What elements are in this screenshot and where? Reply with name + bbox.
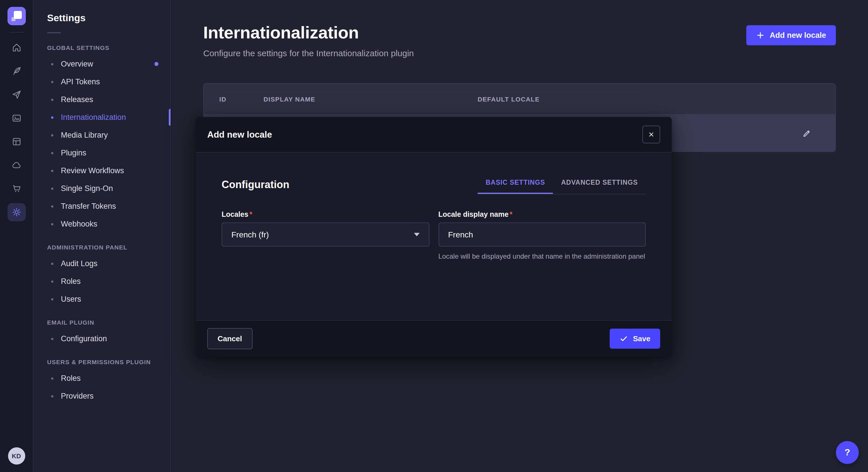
add-locale-modal: Add new locale Configuration BASIC SETTI… xyxy=(196,117,672,357)
sidebar-item-up-roles[interactable]: Roles xyxy=(33,369,170,387)
tab-advanced-settings[interactable]: ADVANCED SETTINGS xyxy=(553,175,646,194)
chevron-down-icon xyxy=(414,233,420,236)
locales-field: Locales * French (fr) xyxy=(222,210,429,262)
bullet-icon xyxy=(51,298,53,300)
bullet-icon xyxy=(51,80,53,83)
icon-rail: KD xyxy=(0,0,33,472)
sidebar-item-transfer-tokens[interactable]: Transfer Tokens xyxy=(33,197,170,215)
modal-tabs: BASIC SETTINGS ADVANCED SETTINGS xyxy=(477,175,646,194)
required-mark: * xyxy=(510,210,513,218)
close-icon[interactable] xyxy=(642,126,660,143)
bullet-icon xyxy=(51,205,53,207)
bullet-icon xyxy=(51,377,53,379)
user-avatar[interactable]: KD xyxy=(8,447,25,465)
strapi-logo-mark-shadow xyxy=(11,17,15,21)
bullet-icon xyxy=(51,116,53,119)
paper-plane-icon[interactable] xyxy=(7,86,26,104)
sidebar-item-label: Review Workflows xyxy=(61,166,124,175)
bullet-icon xyxy=(51,63,53,65)
display-name-label: Locale display name * xyxy=(438,210,646,218)
sidebar-item-admin-roles[interactable]: Roles xyxy=(33,272,170,290)
section-heading-email-plugin: EMAIL PLUGIN xyxy=(33,308,170,330)
bullet-icon xyxy=(51,134,53,136)
locales-label: Locales * xyxy=(222,210,429,218)
media-icon[interactable] xyxy=(7,109,26,127)
display-name-hint: Locale will be displayed under that name… xyxy=(438,252,646,262)
sidebar-item-label: Roles xyxy=(61,374,81,382)
sidebar-item-label: Configuration xyxy=(61,334,107,343)
bullet-icon xyxy=(51,338,53,340)
feather-icon[interactable] xyxy=(7,62,26,80)
bullet-icon xyxy=(51,152,53,154)
cart-icon[interactable] xyxy=(7,179,26,198)
bullet-icon xyxy=(51,262,53,265)
sidebar-item-label: Users xyxy=(61,295,81,303)
rail-divider xyxy=(9,32,24,33)
locales-select-value: French (fr) xyxy=(231,230,269,239)
sidebar-item-label: Media Library xyxy=(61,131,108,139)
sidebar-item-label: Webhooks xyxy=(61,220,97,228)
sidebar-item-webhooks[interactable]: Webhooks xyxy=(33,215,170,233)
sidebar-item-overview[interactable]: Overview xyxy=(33,55,170,73)
sidebar-item-single-sign-on[interactable]: Single Sign-On xyxy=(33,179,170,197)
required-mark: * xyxy=(249,210,252,218)
home-icon[interactable] xyxy=(7,38,26,57)
sidebar-item-plugins[interactable]: Plugins xyxy=(33,144,170,162)
sidebar-item-providers[interactable]: Providers xyxy=(33,387,170,405)
modal-footer: Cancel Save xyxy=(196,320,672,357)
modal-title: Add new locale xyxy=(207,129,272,140)
sidebar-item-label: API Tokens xyxy=(61,77,100,86)
bullet-icon xyxy=(51,187,53,190)
sidebar-item-label: Single Sign-On xyxy=(61,184,113,193)
section-heading-users-permissions-plugin: USERS & PERMISSIONS PLUGIN xyxy=(33,347,170,369)
app-root: KD Settings GLOBAL SETTINGS Overview API… xyxy=(0,0,868,472)
sidebar-item-label: Audit Logs xyxy=(61,259,98,268)
bullet-icon xyxy=(51,280,53,282)
sidebar-item-media-library[interactable]: Media Library xyxy=(33,126,170,144)
configuration-title: Configuration xyxy=(222,179,289,191)
sidebar-item-label: Plugins xyxy=(61,148,86,157)
bullet-icon xyxy=(51,223,53,225)
sidebar-item-label: Releases xyxy=(61,95,93,104)
sidebar-item-label: Internationalization xyxy=(61,113,126,122)
display-name-field: Locale display name * Locale will be dis… xyxy=(438,210,646,262)
cloud-icon[interactable] xyxy=(7,156,26,174)
sidebar-title: Settings xyxy=(33,12,170,24)
locale-form: Locales * French (fr) Locale display nam… xyxy=(222,210,646,262)
locales-select[interactable]: French (fr) xyxy=(222,223,429,247)
locales-label-text: Locales xyxy=(222,210,248,218)
cancel-button[interactable]: Cancel xyxy=(207,328,252,349)
configuration-row: Configuration BASIC SETTINGS ADVANCED SE… xyxy=(222,175,646,194)
sidebar-item-email-configuration[interactable]: Configuration xyxy=(33,330,170,347)
section-heading-global-settings: GLOBAL SETTINGS xyxy=(33,33,170,55)
sidebar-item-label: Roles xyxy=(61,277,81,285)
sidebar-item-label: Providers xyxy=(61,392,94,400)
save-button-label: Save xyxy=(633,334,650,343)
bullet-icon xyxy=(51,169,53,172)
sidebar-item-audit-logs[interactable]: Audit Logs xyxy=(33,255,170,272)
settings-sidebar: Settings GLOBAL SETTINGS Overview API To… xyxy=(33,0,171,472)
sidebar-item-users[interactable]: Users xyxy=(33,290,170,308)
display-name-input[interactable] xyxy=(438,223,646,247)
save-button[interactable]: Save xyxy=(609,329,660,349)
sidebar-item-api-tokens[interactable]: API Tokens xyxy=(33,73,170,91)
bullet-icon xyxy=(51,395,53,397)
notification-dot xyxy=(154,62,158,66)
sidebar-item-label: Transfer Tokens xyxy=(61,202,116,210)
sidebar-item-internationalization[interactable]: Internationalization xyxy=(33,108,170,126)
sidebar-item-review-workflows[interactable]: Review Workflows xyxy=(33,162,170,179)
sidebar-item-releases[interactable]: Releases xyxy=(33,91,170,108)
check-icon xyxy=(619,334,628,343)
section-heading-administration-panel: ADMINISTRATION PANEL xyxy=(33,233,170,255)
sidebar-item-label: Overview xyxy=(61,60,93,68)
tab-basic-settings[interactable]: BASIC SETTINGS xyxy=(477,175,553,194)
layout-icon[interactable] xyxy=(7,133,26,151)
strapi-logo[interactable] xyxy=(7,7,26,25)
modal-header: Add new locale xyxy=(196,117,672,153)
display-name-label-text: Locale display name xyxy=(438,210,508,218)
gear-icon[interactable] xyxy=(7,203,26,222)
modal-body: Configuration BASIC SETTINGS ADVANCED SE… xyxy=(196,153,672,320)
bullet-icon xyxy=(51,98,53,101)
